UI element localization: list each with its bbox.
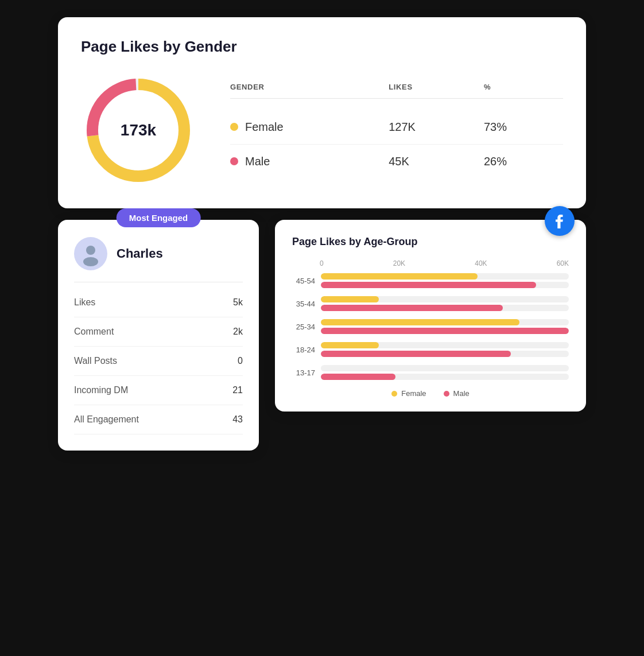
bar-rows: 45-54 35-44 25-34 18 xyxy=(292,273,569,380)
stat-value: 43 xyxy=(232,414,243,425)
male-bar-fill xyxy=(321,351,511,357)
legend-female: Female xyxy=(391,389,426,398)
bar-row: 13-17 xyxy=(292,365,569,380)
male-likes: 45K xyxy=(389,155,484,168)
avatar xyxy=(74,237,107,270)
bar-chart: 0 20K 40K 60K 45-54 35-44 25 xyxy=(292,259,569,398)
bar-row: 45-54 xyxy=(292,273,569,288)
male-bar-fill xyxy=(321,305,503,311)
male-label: Male xyxy=(230,155,389,168)
gender-card-title: Page Likes by Gender xyxy=(81,38,563,56)
stat-label: Likes xyxy=(74,297,95,308)
stat-value: 2k xyxy=(233,327,243,337)
male-bar-fill xyxy=(321,328,569,334)
age-chart-title: Page Likes by Age-Group xyxy=(292,236,569,248)
chart-legend: Female Male xyxy=(292,389,569,398)
svg-point-4 xyxy=(83,257,98,266)
stat-value: 0 xyxy=(238,356,243,366)
female-bar-track xyxy=(321,365,569,371)
bar-row: 35-44 xyxy=(292,296,569,311)
female-bar-fill xyxy=(321,319,519,325)
female-bar-track xyxy=(321,296,569,302)
bars-container xyxy=(321,342,569,357)
gender-table: GENDER LIKES % Female 127K 73% Male 45K … xyxy=(230,83,563,178)
axis-60k: 60K xyxy=(557,259,569,267)
user-name: Charles xyxy=(117,246,163,261)
female-bar-fill xyxy=(321,342,379,348)
age-chart-inner: Page Likes by Age-Group 0 20K 40K 60K 45… xyxy=(275,220,586,412)
stat-label: All Engagement xyxy=(74,414,139,425)
female-likes: 127K xyxy=(389,121,484,134)
gender-card: Page Likes by Gender 173k GENDER LIKES % xyxy=(58,17,586,208)
male-bar-track xyxy=(321,282,569,288)
stat-row: Likes 5k xyxy=(74,288,243,317)
user-header: Charles xyxy=(74,237,243,282)
legend-dot-male xyxy=(444,391,449,397)
bar-row: 25-34 xyxy=(292,319,569,334)
bar-row: 18-24 xyxy=(292,342,569,357)
legend-male: Male xyxy=(444,389,470,398)
most-engaged-inner: Charles Likes 5kComment 2kWall Posts 0In… xyxy=(58,220,259,451)
female-bar-track xyxy=(321,273,569,280)
stat-row: Incoming DM 21 xyxy=(74,376,243,405)
legend-female-label: Female xyxy=(401,389,426,398)
facebook-icon xyxy=(545,206,575,236)
donut-chart: 173k xyxy=(81,73,196,188)
bars-container xyxy=(321,296,569,311)
col-gender: GENDER xyxy=(230,83,389,91)
table-row-male: Male 45K 26% xyxy=(230,144,563,178)
gender-content: 173k GENDER LIKES % Female 127K 73% Male xyxy=(81,73,563,188)
stat-label: Comment xyxy=(74,327,114,337)
male-dot xyxy=(230,157,238,165)
bottom-row: Most Engaged Charles Likes 5kComment 2kW… xyxy=(58,220,586,451)
stat-row: Comment 2k xyxy=(74,317,243,347)
age-range-label: 18-24 xyxy=(292,346,315,354)
female-label: Female xyxy=(230,121,389,134)
stat-row: All Engagement 43 xyxy=(74,405,243,434)
bars-container xyxy=(321,319,569,334)
stat-row: Wall Posts 0 xyxy=(74,347,243,376)
col-likes: LIKES xyxy=(389,83,484,91)
female-bar-track xyxy=(321,319,569,325)
axis-0: 0 xyxy=(320,259,324,267)
age-range-label: 45-54 xyxy=(292,277,315,285)
legend-male-label: Male xyxy=(453,389,470,398)
female-pct: 73% xyxy=(484,121,563,134)
male-bar-fill xyxy=(321,374,395,380)
legend-dot-female xyxy=(391,391,397,397)
female-bar-fill xyxy=(321,273,478,280)
most-engaged-card: Most Engaged Charles Likes 5kComment 2kW… xyxy=(58,220,259,451)
table-header: GENDER LIKES % xyxy=(230,83,563,99)
stat-rows: Likes 5kComment 2kWall Posts 0Incoming D… xyxy=(74,288,243,434)
table-row-female: Female 127K 73% xyxy=(230,110,563,144)
age-group-card: Page Likes by Age-Group 0 20K 40K 60K 45… xyxy=(275,220,586,412)
bars-container xyxy=(321,273,569,288)
male-bar-track xyxy=(321,374,569,380)
age-range-label: 35-44 xyxy=(292,300,315,308)
most-engaged-badge: Most Engaged xyxy=(117,208,201,227)
male-bar-track xyxy=(321,305,569,311)
stat-value: 5k xyxy=(233,297,243,308)
age-range-label: 13-17 xyxy=(292,368,315,377)
male-bar-track xyxy=(321,351,569,357)
stat-label: Incoming DM xyxy=(74,385,128,395)
female-dot xyxy=(230,123,238,131)
axis-20k: 20K xyxy=(393,259,405,267)
male-pct: 26% xyxy=(484,155,563,168)
stat-value: 21 xyxy=(232,385,243,395)
stat-label: Wall Posts xyxy=(74,356,117,366)
axis-labels: 0 20K 40K 60K xyxy=(292,259,569,267)
female-bar-fill xyxy=(321,296,379,302)
male-bar-fill xyxy=(321,282,536,288)
male-bar-track xyxy=(321,328,569,334)
bars-container xyxy=(321,365,569,380)
svg-point-3 xyxy=(86,246,95,255)
female-bar-track xyxy=(321,342,569,348)
donut-total: 173k xyxy=(121,121,156,139)
col-pct: % xyxy=(484,83,563,91)
age-range-label: 25-34 xyxy=(292,323,315,331)
axis-40k: 40K xyxy=(475,259,487,267)
